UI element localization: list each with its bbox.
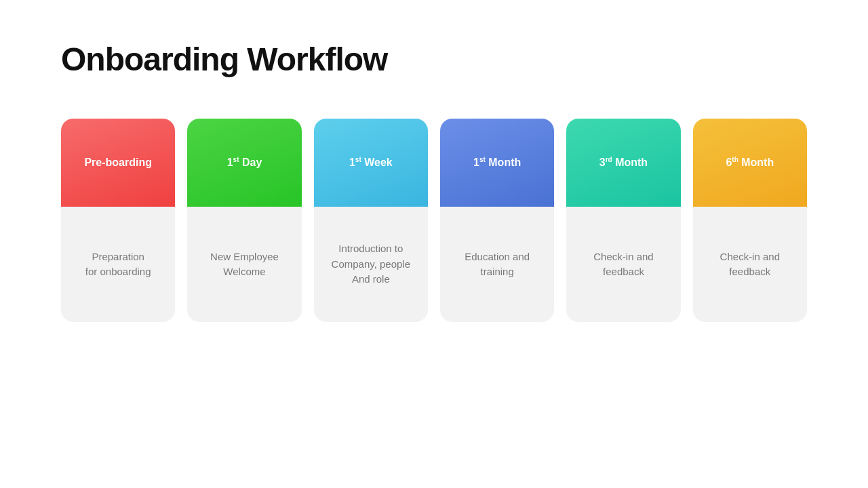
body-month6-text: Check-in andfeedback [720, 249, 780, 280]
body-month6: Check-in andfeedback [693, 207, 807, 322]
header-preboarding: Pre-boarding [61, 119, 175, 207]
header-week1-text: 1st Week [349, 155, 393, 170]
workflow-grid: Pre-boarding Preparationfor onboarding 1… [61, 119, 807, 322]
body-day1: New EmployeeWelcome [187, 207, 301, 322]
body-week1: Introduction toCompany, peopleAnd role [314, 207, 428, 322]
body-month3-text: Check-in andfeedback [593, 249, 653, 280]
body-day1-text: New EmployeeWelcome [210, 249, 279, 280]
header-month1: 1st Month [440, 119, 554, 207]
body-month1-text: Education andtraining [465, 249, 530, 280]
header-week1: 1st Week [314, 119, 428, 207]
body-week1-text: Introduction toCompany, peopleAnd role [332, 241, 410, 287]
header-month6-text: 6th Month [726, 155, 774, 170]
header-day1-text: 1st Day [227, 155, 262, 170]
header-day1: 1st Day [187, 119, 301, 207]
column-preboarding: Pre-boarding Preparationfor onboarding [61, 119, 175, 322]
page-container: Onboarding Workflow Pre-boarding Prepara… [0, 0, 868, 363]
column-month1: 1st Month Education andtraining [440, 119, 554, 322]
body-month3: Check-in andfeedback [566, 207, 680, 322]
body-month1: Education andtraining [440, 207, 554, 322]
header-month3: 3rd Month [566, 119, 680, 207]
header-month6: 6th Month [693, 119, 807, 207]
page-title: Onboarding Workflow [61, 41, 807, 78]
body-preboarding-text: Preparationfor onboarding [85, 249, 151, 280]
column-day1: 1st Day New EmployeeWelcome [187, 119, 301, 322]
column-month3: 3rd Month Check-in andfeedback [566, 119, 680, 322]
body-preboarding: Preparationfor onboarding [61, 207, 175, 322]
column-week1: 1st Week Introduction toCompany, peopleA… [314, 119, 428, 322]
header-month1-text: 1st Month [473, 155, 521, 170]
column-month6: 6th Month Check-in andfeedback [693, 119, 807, 322]
header-month3-text: 3rd Month [599, 155, 648, 170]
header-preboarding-text: Pre-boarding [84, 156, 152, 170]
